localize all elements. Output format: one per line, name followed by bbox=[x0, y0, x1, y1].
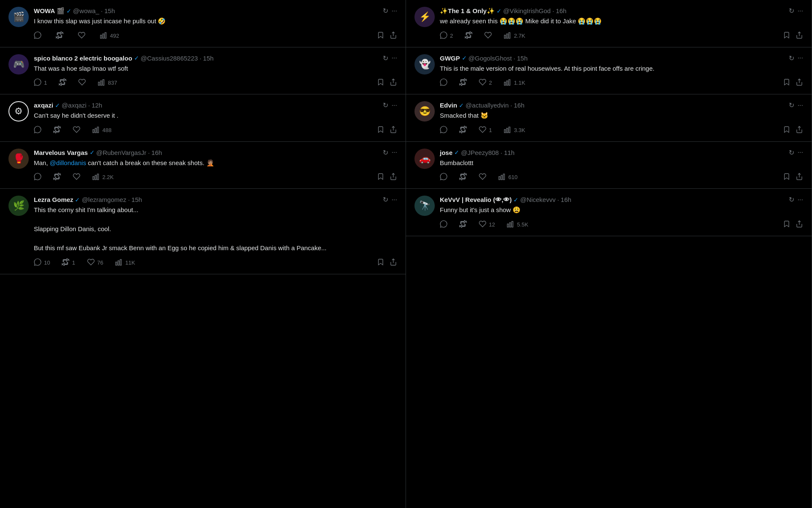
share-action-gwgp[interactable] bbox=[796, 78, 803, 87]
avatar-marvelous: 🥊 bbox=[8, 149, 29, 169]
bookmark-action-wowa[interactable] bbox=[377, 31, 384, 40]
refresh-icon-gwgp[interactable]: ↻ bbox=[789, 54, 794, 62]
share-action-marvelous[interactable] bbox=[390, 173, 397, 182]
like-icon-spico bbox=[78, 78, 86, 87]
retweet-action-edvin[interactable] bbox=[459, 126, 467, 135]
bookmark-icon-marvelous bbox=[377, 173, 384, 182]
views-action-jose[interactable]: 610 bbox=[498, 173, 518, 182]
refresh-icon-spico[interactable]: ↻ bbox=[383, 54, 388, 62]
bookmark-action-jose[interactable] bbox=[783, 173, 790, 182]
reply-action-the1[interactable]: 2 bbox=[440, 31, 453, 40]
retweet-action-gwgp[interactable] bbox=[459, 78, 467, 87]
more-menu-axqazi[interactable]: ··· bbox=[392, 102, 397, 109]
views-action-marvelous[interactable]: 2.2K bbox=[92, 173, 114, 182]
retweet-action-kevvv[interactable] bbox=[459, 220, 467, 229]
more-menu-edvin[interactable]: ··· bbox=[798, 102, 803, 109]
views-action-lezra[interactable]: 11K bbox=[115, 258, 135, 267]
bookmark-action-marvelous[interactable] bbox=[377, 173, 384, 182]
reply-icon-edvin bbox=[440, 126, 447, 135]
tweet-name-wowa: WOWA 🎬 bbox=[34, 7, 65, 15]
refresh-icon-the1[interactable]: ↻ bbox=[789, 7, 794, 15]
refresh-icon-lezra[interactable]: ↻ bbox=[383, 196, 388, 204]
share-action-wowa[interactable] bbox=[390, 31, 397, 40]
like-action-wowa[interactable] bbox=[78, 31, 88, 40]
retweet-action-axqazi[interactable] bbox=[53, 126, 61, 135]
mention-dillondanis[interactable]: @dillondanis bbox=[50, 159, 86, 166]
reply-icon-gwgp bbox=[440, 78, 447, 87]
more-menu-the1[interactable]: ··· bbox=[798, 7, 803, 15]
like-action-lezra[interactable]: 76 bbox=[87, 258, 103, 267]
share-action-axqazi[interactable] bbox=[390, 126, 397, 135]
reply-action-wowa[interactable] bbox=[34, 31, 44, 40]
views-action-wowa[interactable]: 492 bbox=[100, 31, 119, 40]
refresh-icon-edvin[interactable]: ↻ bbox=[789, 101, 794, 109]
refresh-icon[interactable]: ↻ bbox=[383, 7, 388, 15]
tweet-content-jose: Bumbaclottt bbox=[440, 158, 803, 168]
refresh-icon-axqazi[interactable]: ↻ bbox=[383, 101, 388, 109]
share-action-edvin[interactable] bbox=[796, 126, 803, 135]
share-action-the1[interactable] bbox=[796, 31, 803, 40]
retweet-action-spico[interactable] bbox=[59, 78, 66, 87]
bookmark-icon-spico bbox=[377, 78, 384, 87]
views-action-axqazi[interactable]: 488 bbox=[92, 126, 112, 135]
bookmark-action-axqazi[interactable] bbox=[377, 126, 384, 135]
like-action-jose[interactable] bbox=[479, 173, 486, 182]
more-menu-wowa[interactable]: ··· bbox=[392, 7, 397, 15]
reply-action-lezra[interactable]: 10 bbox=[34, 258, 50, 267]
bookmark-action-the1[interactable] bbox=[783, 31, 790, 40]
reply-action-edvin[interactable] bbox=[440, 126, 447, 135]
bookmark-action-kevvv[interactable] bbox=[783, 220, 790, 229]
views-action-spico[interactable]: 837 bbox=[98, 78, 117, 87]
like-action-edvin[interactable]: 1 bbox=[479, 126, 492, 135]
share-action-spico[interactable] bbox=[390, 78, 397, 87]
retweet-action-wowa[interactable] bbox=[56, 31, 66, 40]
bookmark-action-edvin[interactable] bbox=[783, 126, 790, 135]
views-count-gwgp: 1.1K bbox=[514, 80, 525, 86]
bookmark-action-gwgp[interactable] bbox=[783, 78, 790, 87]
tweet-name-edvin: Edvin bbox=[440, 102, 457, 109]
more-menu-kevvv[interactable]: ··· bbox=[798, 196, 803, 204]
refresh-icon-marvelous[interactable]: ↻ bbox=[383, 149, 388, 157]
share-action-jose[interactable] bbox=[796, 173, 803, 182]
like-count-lezra: 76 bbox=[97, 260, 103, 266]
reply-action-spico[interactable]: 1 bbox=[34, 78, 47, 87]
tweet-name-spico: spico blanco 2 electric boogaloo bbox=[34, 55, 132, 62]
more-menu-lezra[interactable]: ··· bbox=[392, 196, 397, 204]
reply-action-jose[interactable] bbox=[440, 173, 447, 182]
like-action-marvelous[interactable] bbox=[73, 173, 80, 182]
refresh-icon-kevvv[interactable]: ↻ bbox=[789, 196, 794, 204]
retweet-action-the1[interactable] bbox=[465, 31, 472, 40]
bookmark-action-spico[interactable] bbox=[377, 78, 384, 87]
retweet-action-lezra[interactable]: 1 bbox=[62, 258, 75, 267]
tweet-name-gwgp: GWGP bbox=[440, 55, 460, 62]
svg-rect-12 bbox=[93, 177, 94, 180]
like-action-axqazi[interactable] bbox=[73, 126, 80, 135]
like-action-spico[interactable] bbox=[78, 78, 86, 87]
retweet-action-marvelous[interactable] bbox=[53, 173, 61, 182]
views-count-axqazi: 488 bbox=[102, 127, 112, 133]
views-action-gwgp[interactable]: 1.1K bbox=[504, 78, 525, 87]
bookmark-action-lezra[interactable] bbox=[377, 258, 384, 267]
views-action-edvin[interactable]: 3.3K bbox=[504, 126, 525, 135]
share-action-kevvv[interactable] bbox=[796, 220, 803, 229]
verified-icon-marvelous: ✓ bbox=[90, 149, 95, 156]
views-action-the1[interactable]: 2.7K bbox=[504, 31, 525, 40]
reply-action-marvelous[interactable] bbox=[34, 173, 41, 182]
like-action-the1[interactable] bbox=[484, 31, 492, 40]
reply-action-gwgp[interactable] bbox=[440, 78, 447, 87]
views-action-kevvv[interactable]: 5.5K bbox=[507, 220, 528, 229]
more-menu-spico[interactable]: ··· bbox=[392, 54, 397, 62]
more-menu-gwgp[interactable]: ··· bbox=[798, 54, 803, 62]
share-action-lezra[interactable] bbox=[390, 258, 397, 267]
like-action-kevvv[interactable]: 12 bbox=[479, 220, 495, 229]
svg-rect-18 bbox=[120, 260, 121, 265]
more-menu-jose[interactable]: ··· bbox=[798, 149, 803, 156]
more-menu-marvelous[interactable]: ··· bbox=[392, 149, 397, 156]
tweet-content-gwgp: This is the male version of real housewi… bbox=[440, 64, 803, 74]
like-action-gwgp[interactable]: 2 bbox=[479, 78, 492, 87]
tweet-time-spico: 15h bbox=[203, 55, 214, 62]
reply-action-kevvv[interactable] bbox=[440, 220, 447, 229]
retweet-action-jose[interactable] bbox=[459, 173, 467, 182]
reply-action-axqazi[interactable] bbox=[34, 126, 41, 135]
refresh-icon-jose[interactable]: ↻ bbox=[789, 149, 794, 157]
